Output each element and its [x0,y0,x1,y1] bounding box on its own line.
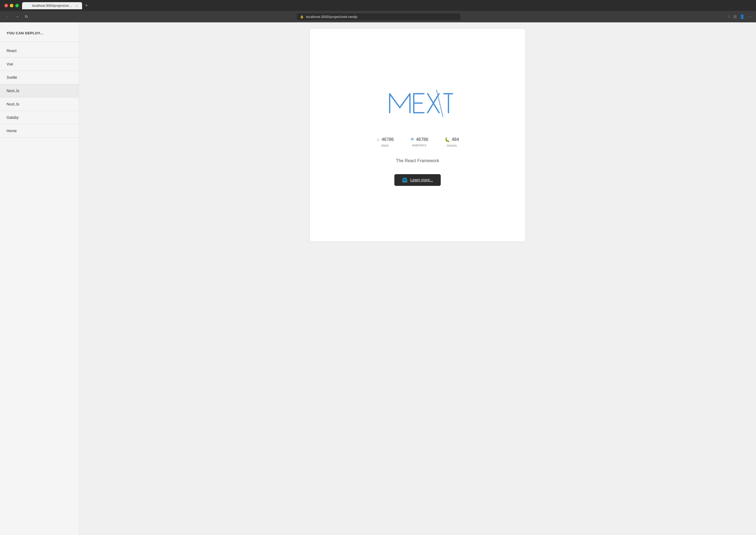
active-tab[interactable]: 📄 localhost:3000/project/zeit-ne... ✕ [22,2,82,9]
svg-line-6 [437,90,443,116]
reload-button[interactable]: ↻ [23,13,30,20]
close-window-button[interactable] [4,4,8,7]
learn-more-label: Learn more... [410,178,433,182]
sidebar-item-nextjs[interactable]: Next.Js [0,84,79,98]
logo-container: .JS [382,85,453,124]
sidebar-item-vue[interactable]: Vue [0,58,79,71]
issues-stat: 🐛 484 issues [444,137,459,148]
profile-icon[interactable]: 👤 [740,14,745,19]
tab-favicon-icon: 📄 [26,4,30,8]
sidebar-item-nuxtjs[interactable]: Nuxt.Js [0,98,79,111]
minimize-window-button[interactable] [10,4,14,7]
stars-stat: ☆ 46786 stars [376,137,394,148]
menu-icon[interactable]: ⋯ [747,14,752,19]
bug-icon: 🐛 [444,137,450,142]
address-bar-actions: ☆ ⊞ 👤 ⋯ [727,14,752,19]
sidebar-item-svelte[interactable]: Svelte [0,71,79,84]
stats-row: ☆ 46786 stars 👁 46786 watchers 🐛 484 [376,137,459,148]
tab-bar: 📄 localhost:3000/project/zeit-ne... ✕ + [22,2,752,9]
maximize-window-button[interactable] [15,4,19,7]
stars-label: stars [381,143,389,148]
url-field[interactable]: 🔒 localhost:3000/project/zeit-nextjs [297,14,460,20]
sidebar-item-home[interactable]: Home [0,124,79,138]
main-area: .JS ☆ 46786 stars 👁 46786 wa [79,22,756,535]
issues-label: issues [447,143,457,148]
new-tab-button[interactable]: + [83,2,90,9]
watchers-stat: 👁 46786 watchers [410,137,429,147]
page-content: YOU CAN DEPLOY... React Vue Svelte Next.… [0,22,756,535]
watchers-count: 46786 [416,137,429,142]
globe-icon: 🌐 [402,178,408,183]
star-icon: ☆ [376,137,380,142]
sidebar: YOU CAN DEPLOY... React Vue Svelte Next.… [0,22,79,535]
watchers-label: watchers [412,143,426,147]
sidebar-item-gatsby[interactable]: Gatsby [0,111,79,124]
project-card: .JS ☆ 46786 stars 👁 46786 wa [310,29,525,241]
tab-close-button[interactable]: ✕ [75,4,78,8]
nav-buttons: ← → ↻ [4,13,30,20]
bookmark-icon[interactable]: ☆ [727,14,731,19]
learn-more-button[interactable]: 🌐 Learn more... [394,174,440,186]
url-text: localhost:3000/project/zeit-nextjs [306,15,357,19]
sidebar-title: YOU CAN DEPLOY... [0,27,79,40]
extensions-icon[interactable]: ⊞ [733,14,737,19]
browser-titlebar: 📄 localhost:3000/project/zeit-ne... ✕ + [0,0,756,11]
browser-chrome: 📄 localhost:3000/project/zeit-ne... ✕ + … [0,0,756,22]
traffic-lights [4,4,19,7]
project-description: The React Framework [396,158,439,163]
back-button[interactable]: ← [4,13,12,20]
issues-count: 484 [452,137,459,142]
tab-label: localhost:3000/project/zeit-ne... [32,4,73,8]
security-lock-icon: 🔒 [300,15,304,18]
address-bar: ← → ↻ 🔒 localhost:3000/project/zeit-next… [0,11,756,22]
sidebar-item-react[interactable]: React [0,44,79,58]
forward-button[interactable]: → [14,13,21,20]
nextjs-logo: .JS [382,85,453,123]
stars-count: 46786 [381,137,394,142]
eye-icon: 👁 [410,137,414,142]
